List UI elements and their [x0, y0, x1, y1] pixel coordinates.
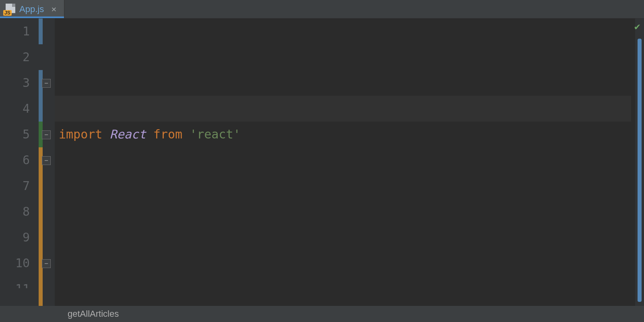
line-number[interactable]: 5 [0, 122, 30, 147]
line-number[interactable]: 6 [0, 147, 30, 173]
code-line: import React from 'react' [59, 122, 635, 147]
line-number[interactable]: 2 [0, 44, 30, 70]
fold-toggle-icon[interactable]: − [42, 156, 51, 165]
fold-toggle-icon[interactable]: − [42, 79, 51, 88]
close-icon[interactable]: × [51, 4, 56, 14]
inspection-rail: ✔ [635, 19, 644, 306]
tab-app-js[interactable]: JS App.js × [0, 0, 64, 18]
code-area[interactable]: import React from 'react' const getAllAr… [55, 19, 635, 306]
vcs-marker [39, 70, 43, 122]
line-number[interactable]: 3 [0, 70, 30, 96]
active-tab-underline [0, 17, 64, 18]
vcs-marker [39, 19, 43, 44]
line-number[interactable]: 1 [0, 19, 30, 44]
editor: 1 2 3 4 5 6 7 8 9 10 11 − − − − import R… [0, 19, 644, 306]
js-file-icon: JS [4, 4, 15, 15]
fold-gutter: − − − − [39, 19, 55, 306]
current-line-highlight [55, 96, 631, 122]
scrollbar[interactable] [638, 39, 642, 302]
line-number[interactable]: 10 [0, 250, 30, 276]
line-number[interactable]: 8 [0, 199, 30, 225]
line-number[interactable]: 7 [0, 173, 30, 199]
breadcrumb-symbol[interactable]: getAllArticles [68, 309, 119, 319]
tab-label: App.js [19, 4, 44, 14]
line-number-gutter: 1 2 3 4 5 6 7 8 9 10 11 [0, 19, 39, 306]
vcs-marker [39, 147, 43, 306]
code-line [59, 225, 635, 250]
breadcrumb-bar: getAllArticles [0, 306, 644, 322]
inspection-ok-icon[interactable]: ✔ [634, 21, 640, 32]
fold-toggle-icon[interactable]: − [42, 259, 51, 268]
fold-toggle-icon[interactable]: − [42, 130, 51, 139]
tab-bar: JS App.js × [0, 0, 644, 19]
line-number[interactable]: 9 [0, 225, 30, 250]
line-number[interactable]: 11 [0, 276, 30, 288]
line-number[interactable]: 4 [0, 96, 30, 122]
